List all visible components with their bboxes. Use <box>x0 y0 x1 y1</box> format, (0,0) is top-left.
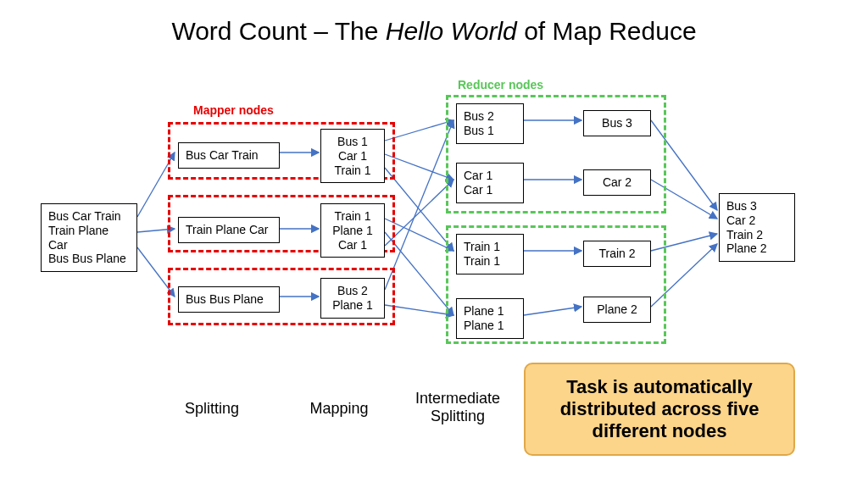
callout-line: Task is automatically <box>541 376 778 398</box>
phase-intermediate-splitting: Intermediate Splitting <box>398 390 517 425</box>
phase-mapping: Mapping <box>288 400 390 418</box>
shuffle-line: Train 1 <box>464 254 516 269</box>
reduce-text: Plane 2 <box>597 302 637 316</box>
split-text: Train Plane Car <box>186 223 269 236</box>
map-output-box: Train 1 Plane 1 Car 1 <box>320 203 385 258</box>
title-part-2: of Map Reduce <box>517 17 697 45</box>
shuffle-box: Car 1 Car 1 <box>456 163 524 203</box>
reduce-box: Train 2 <box>583 241 651 267</box>
shuffle-line: Plane 1 <box>464 319 516 333</box>
reduce-box: Car 2 <box>583 169 651 196</box>
output-line: Bus 3 <box>726 199 787 214</box>
callout-line: different nodes <box>541 420 778 442</box>
map-line: Car 1 <box>328 149 377 164</box>
reduce-box: Bus 3 <box>583 110 651 136</box>
map-line: Bus 2 <box>328 284 377 298</box>
svg-line-13 <box>385 305 453 315</box>
callout-line: distributed across five <box>541 398 778 420</box>
mapper-nodes-label: Mapper nodes <box>193 103 274 117</box>
output-line: Train 2 <box>726 228 787 242</box>
input-line: Bus Car Train <box>48 209 130 224</box>
input-line: Bus Bus Plane <box>48 252 130 266</box>
svg-line-7 <box>385 154 453 180</box>
phase-line: Splitting <box>398 408 517 425</box>
shuffle-line: Train 1 <box>464 240 516 254</box>
split-box: Bus Bus Plane <box>178 286 280 313</box>
split-box: Train Plane Car <box>178 217 280 243</box>
title-part-1: Word Count – The <box>171 17 385 45</box>
svg-line-10 <box>385 232 453 315</box>
shuffle-line: Car 1 <box>464 169 516 183</box>
phase-line: Intermediate <box>398 390 517 408</box>
reduce-box: Plane 2 <box>583 297 651 323</box>
svg-line-9 <box>385 219 453 251</box>
map-output-box: Bus 2 Plane 1 <box>320 278 385 319</box>
input-line: Train Plane Car <box>48 224 130 252</box>
title-italic: Hello World <box>386 17 517 45</box>
split-box: Bus Car Train <box>178 142 280 169</box>
map-line: Plane 1 <box>328 224 377 238</box>
output-line: Plane 2 <box>726 241 787 256</box>
output-line: Car 2 <box>726 214 787 228</box>
split-text: Bus Bus Plane <box>186 292 264 306</box>
svg-line-11 <box>385 180 453 246</box>
svg-line-6 <box>385 120 453 141</box>
callout-distributed: Task is automatically distributed across… <box>524 363 795 456</box>
page-title: Word Count – The Hello World of Map Redu… <box>0 17 868 46</box>
reducer-nodes-label: Reducer nodes <box>458 78 543 92</box>
shuffle-box: Bus 2 Bus 1 <box>456 103 524 144</box>
shuffle-line: Bus 2 <box>464 109 516 124</box>
map-line: Train 1 <box>328 164 377 178</box>
phase-splitting: Splitting <box>161 400 263 418</box>
shuffle-box: Train 1 Train 1 <box>456 234 524 274</box>
split-text: Bus Car Train <box>186 148 259 162</box>
input-box: Bus Car Train Train Plane Car Bus Bus Pl… <box>41 203 137 272</box>
map-line: Plane 1 <box>328 298 377 313</box>
shuffle-line: Bus 1 <box>464 124 516 138</box>
reduce-text: Train 2 <box>598 247 635 260</box>
output-box: Bus 3 Car 2 Train 2 Plane 2 <box>719 193 795 262</box>
svg-line-8 <box>385 168 453 251</box>
map-output-box: Bus 1 Car 1 Train 1 <box>320 129 385 183</box>
shuffle-line: Car 1 <box>464 183 516 197</box>
reduce-text: Bus 3 <box>602 116 632 130</box>
map-line: Bus 1 <box>328 135 377 149</box>
svg-line-12 <box>385 120 453 290</box>
map-line: Car 1 <box>328 238 377 252</box>
shuffle-line: Plane 1 <box>464 304 516 319</box>
reduce-text: Car 2 <box>603 175 632 189</box>
map-line: Train 1 <box>328 209 377 224</box>
shuffle-box: Plane 1 Plane 1 <box>456 298 524 339</box>
